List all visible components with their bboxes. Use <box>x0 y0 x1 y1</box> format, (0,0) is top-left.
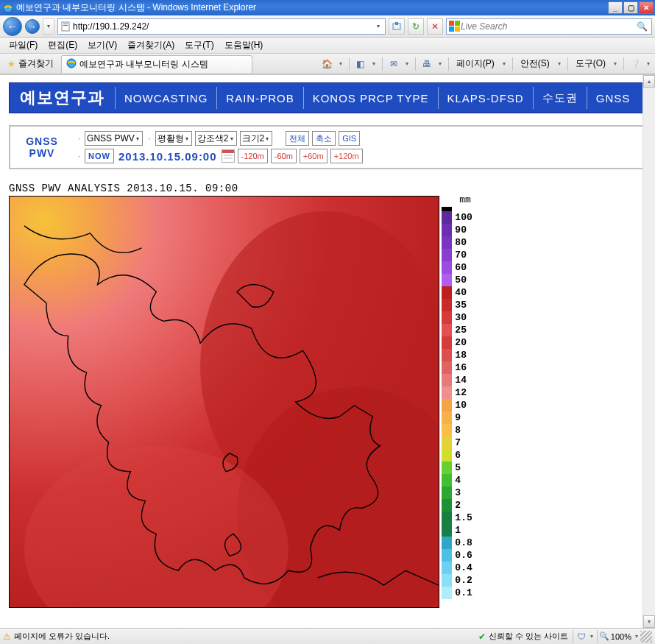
legend-swatch <box>442 562 452 574</box>
legend-swatch <box>442 411 452 424</box>
menu-file[interactable]: 파일(F) <box>4 38 42 53</box>
legend-swatch <box>442 461 452 474</box>
protected-mode-icon[interactable]: 🛡 <box>575 630 588 643</box>
page-menu[interactable]: 페이지(P) <box>453 56 498 71</box>
compat-icon[interactable] <box>389 18 405 35</box>
select-product[interactable]: GNSS PWV▾ <box>85 131 143 146</box>
legend-swatch <box>442 224 452 236</box>
btn-minus-120[interactable]: -120m <box>238 149 268 163</box>
legend-swatch <box>442 249 452 261</box>
security-zone[interactable]: ✔ 신뢰할 수 있는 사이트 <box>475 631 571 642</box>
browser-tab[interactable]: 예보연구과 내부모니터링 시스템 <box>61 55 252 73</box>
url-input[interactable] <box>73 20 373 33</box>
legend-value: 4 <box>452 475 461 486</box>
legend-row: 25 <box>442 324 472 336</box>
svg-rect-1 <box>62 22 69 31</box>
btn-gis[interactable]: GIS <box>339 131 360 146</box>
menu-view[interactable]: 보기(V) <box>83 38 121 53</box>
legend-row: 60 <box>442 261 472 274</box>
legend-swatch <box>442 549 452 562</box>
control-panel: GNSS PWV · GNSS PWV▾ · 평활형▾ 강조색2▾ 크기2▾ 전… <box>9 125 646 169</box>
btn-all[interactable]: 전체 <box>286 131 309 146</box>
address-dropdown[interactable]: ▾ <box>373 23 383 29</box>
legend-value: 80 <box>452 237 467 248</box>
nav-rain-prob[interactable]: RAIN-PROB <box>217 92 302 105</box>
color-legend: mm 1009080706050403530252018161412109876… <box>442 194 472 599</box>
ie-page-icon <box>66 58 77 71</box>
heatmap <box>9 196 439 608</box>
menu-help[interactable]: 도움말(H) <box>220 38 268 53</box>
history-dropdown[interactable]: ▾ <box>43 18 54 35</box>
calendar-icon[interactable] <box>222 149 235 163</box>
menu-favorites[interactable]: 즐겨찾기(A) <box>123 38 179 53</box>
safety-menu[interactable]: 안전(S) <box>517 56 553 71</box>
nav-nowcasting[interactable]: NOWCASTING <box>116 92 216 105</box>
status-text: 페이지에 오류가 있습니다. <box>14 631 110 642</box>
stop-button[interactable]: ✕ <box>427 18 443 35</box>
home-dd[interactable]: ▾ <box>337 60 344 67</box>
status-bar: ⚠ 페이지에 오류가 있습니다. ✔ 신뢰할 수 있는 사이트 🛡 ▾ 🔍 10… <box>0 628 655 644</box>
legend-value: 25 <box>452 325 467 336</box>
legend-row: 6 <box>442 449 472 461</box>
tools-menu[interactable]: 도구(O) <box>573 56 609 71</box>
legend-row: 0.8 <box>442 537 472 549</box>
menu-tools[interactable]: 도구(T) <box>180 38 218 53</box>
menu-edit[interactable]: 편집(E) <box>43 38 82 53</box>
legend-row: 4 <box>442 474 472 486</box>
legend-swatch <box>442 261 452 274</box>
legend-swatch <box>442 236 452 249</box>
mail-icon[interactable]: ✉ <box>387 57 400 71</box>
minimize-button[interactable]: _ <box>608 1 623 14</box>
legend-value: 40 <box>452 287 467 298</box>
feeds-icon[interactable]: ◧ <box>354 57 367 71</box>
btn-plus-120[interactable]: +120m <box>330 149 363 163</box>
legend-row: 1 <box>442 524 472 537</box>
legend-row: 90 <box>442 224 472 236</box>
search-input[interactable] <box>461 20 634 33</box>
nav-metro[interactable]: 수도권 <box>534 91 587 105</box>
legend-value: 90 <box>452 224 467 236</box>
back-button[interactable]: ← <box>3 17 22 36</box>
help-icon[interactable]: ❔ <box>629 57 642 71</box>
legend-swatch <box>442 211 452 224</box>
favorites-bar: ★ 즐겨찾기 예보연구과 내부모니터링 시스템 🏠▾ ◧▾ ✉▾ 🖶▾ 페이지(… <box>0 54 655 74</box>
datetime-display: 2013.10.15.09:00 <box>117 150 219 163</box>
legend-value: 16 <box>452 362 467 373</box>
refresh-button[interactable]: ↻ <box>408 18 424 35</box>
legend-value: 14 <box>452 375 467 386</box>
scroll-up[interactable]: ▴ <box>643 75 655 88</box>
maximize-button[interactable]: ▢ <box>623 1 638 14</box>
legend-value: 7 <box>452 437 461 448</box>
favorites-button[interactable]: ★ 즐겨찾기 <box>3 56 58 71</box>
resize-grip[interactable] <box>640 631 652 643</box>
check-icon: ✔ <box>478 631 486 642</box>
legend-row: 0.2 <box>442 574 472 587</box>
address-bar[interactable]: ▾ <box>57 18 386 35</box>
legend-value: 18 <box>452 350 467 361</box>
zoom-control[interactable]: 🔍 100% ▾ <box>599 631 640 641</box>
legend-value: 3 <box>452 487 461 498</box>
nav-gnss[interactable]: GNSS <box>587 92 640 105</box>
legend-row: 0.1 <box>442 587 472 599</box>
select-color[interactable]: 강조색2▾ <box>195 131 237 146</box>
search-button[interactable]: 🔍 <box>634 21 649 32</box>
btn-minus-60[interactable]: -60m <box>271 149 297 163</box>
legend-swatch <box>442 336 452 349</box>
btn-shrink[interactable]: 축소 <box>312 131 336 146</box>
legend-value: 70 <box>452 250 467 261</box>
select-size[interactable]: 크기2▾ <box>240 131 273 146</box>
scroll-down[interactable]: ▾ <box>643 615 655 628</box>
btn-now[interactable]: NOW <box>85 149 114 163</box>
legend-swatch <box>442 311 452 324</box>
btn-plus-60[interactable]: +60m <box>300 149 328 163</box>
print-icon[interactable]: 🖶 <box>420 57 433 71</box>
legend-row: 100 <box>442 211 472 224</box>
nav-konos[interactable]: KONOS PRCP TYPE <box>304 92 438 105</box>
home-icon[interactable]: 🏠 <box>321 57 334 71</box>
legend-value: 0.8 <box>452 537 472 548</box>
select-type[interactable]: 평활형▾ <box>155 131 192 146</box>
close-button[interactable]: ✕ <box>639 1 654 14</box>
nav-klaps[interactable]: KLAPS-DFSD <box>439 92 533 105</box>
forward-button[interactable]: → <box>25 19 40 34</box>
search-box[interactable]: 🔍 <box>446 18 652 35</box>
